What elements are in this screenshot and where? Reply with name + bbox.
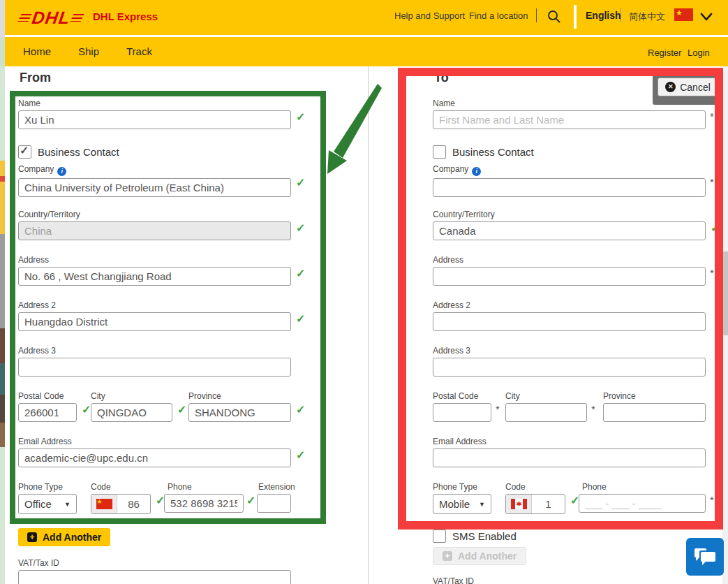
- field-label: Code: [91, 482, 151, 492]
- scrollbar-thumb[interactable]: [722, 251, 728, 335]
- to-country-field: Country/Territory ✓: [433, 210, 706, 240]
- top-header-bar: DHL DHL Express Help and Support Find a …: [0, 0, 728, 35]
- help-and-support-link[interactable]: Help and Support: [394, 10, 465, 21]
- cancel-button[interactable]: ✕ Cancel: [658, 78, 718, 96]
- field-label: Address 2: [18, 300, 291, 310]
- to-province-field: Province: [603, 391, 706, 422]
- register-link[interactable]: Register: [648, 48, 681, 58]
- checkbox[interactable]: ✓: [433, 530, 446, 543]
- from-name-field: Name ✓: [18, 98, 291, 129]
- to-address3-input[interactable]: [433, 358, 706, 377]
- from-country-input: [18, 221, 291, 240]
- to-company-input[interactable]: [433, 178, 706, 197]
- from-province-field: Province ✓: [188, 391, 291, 422]
- checkbox[interactable]: ✓: [433, 145, 446, 159]
- language-english[interactable]: English: [586, 10, 621, 21]
- from-province-input[interactable]: [188, 403, 291, 422]
- to-country-input[interactable]: [433, 221, 706, 240]
- to-address2-input[interactable]: [433, 312, 706, 331]
- field-label: Province: [188, 391, 291, 401]
- from-phone-type-select[interactable]: Office ▼: [18, 494, 77, 514]
- required-asterisk: *: [710, 110, 714, 122]
- to-email-input[interactable]: [433, 448, 706, 467]
- to-phone-field: Phone *: [579, 482, 706, 513]
- checkbox-label: Business Contact: [452, 146, 534, 158]
- to-city-input[interactable]: [505, 403, 587, 422]
- from-vat-input[interactable]: [18, 570, 291, 584]
- required-asterisk: *: [496, 403, 500, 415]
- chat-bubble-icon: [701, 552, 715, 562]
- to-phone-type-select[interactable]: Mobile ▼: [433, 494, 491, 514]
- info-icon[interactable]: i: [472, 167, 481, 176]
- to-name-input[interactable]: [433, 110, 706, 129]
- chevron-down-icon[interactable]: [700, 12, 713, 22]
- nav-home[interactable]: Home: [23, 45, 51, 57]
- to-business-contact-checkbox[interactable]: ✓ Business Contact: [433, 145, 534, 159]
- valid-check-icon: ✓: [246, 494, 255, 507]
- from-extension-input[interactable]: [257, 494, 291, 513]
- from-city-input[interactable]: [91, 403, 172, 422]
- nav-track[interactable]: Track: [126, 45, 152, 57]
- to-sms-enabled-checkbox[interactable]: ✓ SMS Enabled: [433, 530, 517, 543]
- close-icon: ✕: [665, 82, 676, 92]
- from-email-input[interactable]: [18, 448, 291, 467]
- dhl-logo-text: DHL: [31, 9, 71, 27]
- from-country-field: Country/Territory ✓: [18, 210, 291, 240]
- to-add-another-button: + Add Another: [433, 547, 526, 565]
- from-extension-field: Extension: [257, 482, 291, 513]
- from-postal-input[interactable]: [18, 403, 77, 422]
- to-address-field: Address *: [433, 255, 706, 286]
- checkbox[interactable]: ✓: [18, 145, 31, 159]
- find-a-location-link[interactable]: Find a location: [469, 10, 528, 21]
- logo-speedlines-left: [17, 14, 31, 22]
- to-column: To Name * ✓ Business Contact Companyi * …: [433, 66, 706, 584]
- canada-flag-icon: [506, 495, 532, 513]
- from-city-field: City ✓: [91, 391, 172, 422]
- field-label: VAT/Tax ID: [18, 558, 291, 568]
- field-label: Phone Type: [18, 482, 77, 492]
- from-add-another-button[interactable]: + Add Another: [18, 528, 110, 546]
- to-phone-input[interactable]: [579, 494, 706, 513]
- required-asterisk: *: [710, 267, 714, 279]
- to-address-input[interactable]: [433, 267, 706, 286]
- valid-check-icon: ✓: [82, 403, 91, 416]
- nav-ship[interactable]: Ship: [78, 45, 99, 57]
- field-label: Country/Territory: [18, 210, 291, 219]
- scrollbar-track[interactable]: [722, 66, 728, 584]
- dropdown-arrow-icon: ▼: [479, 501, 485, 508]
- from-email-field: Email Address ✓: [18, 437, 291, 467]
- login-link[interactable]: Login: [688, 48, 710, 58]
- field-label: Phone: [168, 482, 244, 492]
- chat-widget-button[interactable]: [686, 538, 724, 576]
- from-address3-input[interactable]: [18, 358, 291, 377]
- search-icon[interactable]: [547, 9, 562, 24]
- valid-check-icon: ✓: [296, 221, 305, 235]
- from-code-input[interactable]: [117, 497, 150, 511]
- from-company-input[interactable]: [18, 178, 291, 197]
- to-postal-input[interactable]: [433, 403, 491, 422]
- field-label: Name: [18, 98, 291, 108]
- to-email-field: Email Address: [433, 437, 706, 467]
- main-nav-bar: Home Ship Track Register Login: [0, 37, 728, 66]
- field-label: Province: [603, 391, 706, 401]
- from-name-input[interactable]: [18, 110, 291, 129]
- from-business-contact-checkbox[interactable]: ✓ Business Contact: [18, 145, 119, 159]
- china-flag-icon[interactable]: ★: [674, 8, 693, 21]
- info-icon[interactable]: i: [57, 167, 66, 176]
- to-province-input[interactable]: [603, 403, 706, 422]
- to-code-input[interactable]: [532, 497, 565, 511]
- from-address-input[interactable]: [18, 267, 291, 286]
- language-chinese[interactable]: 简体中文: [629, 10, 665, 23]
- from-phone-input[interactable]: [164, 494, 244, 513]
- dropdown-arrow-icon: ▼: [64, 501, 70, 508]
- field-label: City: [505, 391, 587, 401]
- from-address2-input[interactable]: [18, 312, 291, 331]
- background-window-sliver: [0, 0, 5, 584]
- required-asterisk: *: [710, 176, 714, 188]
- checkbox-label: Business Contact: [38, 146, 119, 158]
- dhl-logo[interactable]: DHL: [20, 9, 82, 27]
- field-label: Extension: [258, 482, 291, 492]
- field-label: Postal Code: [433, 391, 491, 401]
- field-label: Address 3: [433, 346, 706, 356]
- field-label: Email Address: [18, 437, 291, 446]
